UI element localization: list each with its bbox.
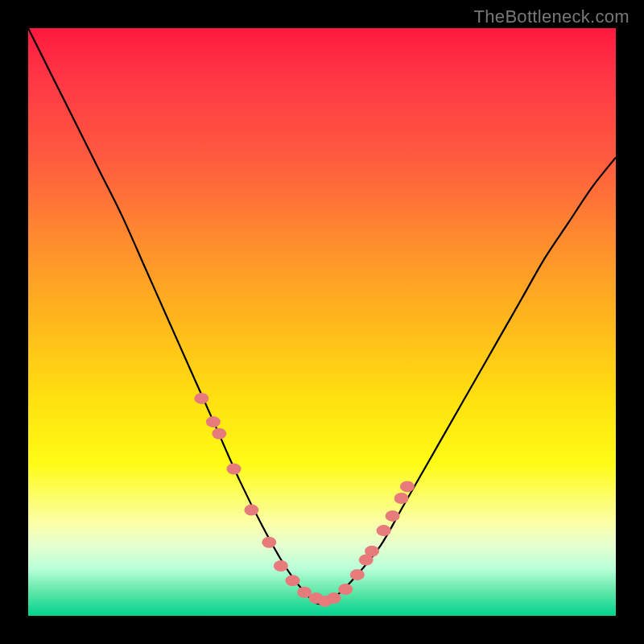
plot-area <box>28 28 616 616</box>
marker-point <box>350 569 365 580</box>
marker-point <box>244 505 258 516</box>
highlight-markers <box>194 393 415 607</box>
marker-point <box>262 537 276 548</box>
marker-point <box>394 493 409 504</box>
watermark-text: TheBottleneck.com <box>474 6 630 27</box>
marker-point <box>386 510 400 522</box>
marker-point <box>206 416 221 427</box>
marker-point <box>327 592 341 604</box>
marker-point <box>212 428 226 440</box>
marker-point <box>365 546 379 557</box>
marker-point <box>377 525 391 536</box>
chart-svg <box>28 28 616 616</box>
bottleneck-curve <box>28 28 616 604</box>
marker-point <box>338 584 353 595</box>
chart-container: TheBottleneck.com <box>0 0 644 644</box>
marker-point <box>274 560 288 572</box>
marker-point <box>400 481 415 492</box>
marker-point <box>194 393 208 404</box>
marker-point <box>227 464 242 475</box>
marker-point <box>286 575 300 586</box>
